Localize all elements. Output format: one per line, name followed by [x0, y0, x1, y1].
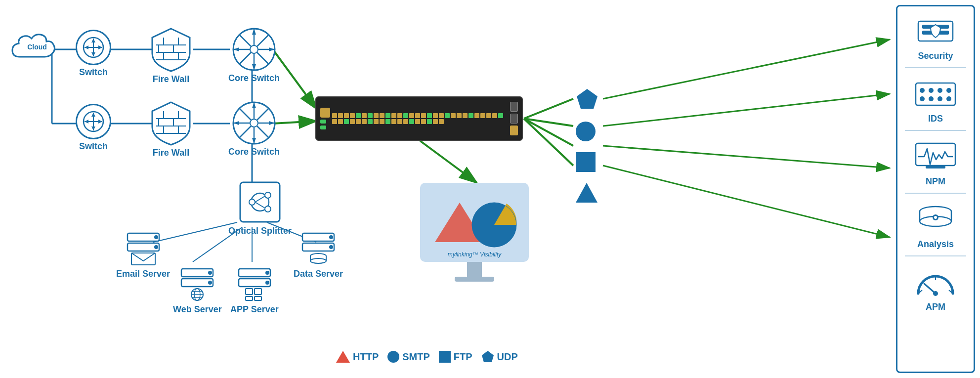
switch1-node: Switch	[76, 30, 111, 78]
sidebar-divider3	[905, 193, 966, 194]
svg-point-119	[329, 245, 333, 249]
port	[344, 119, 349, 124]
sidebar-item-apm[interactable]: APM	[908, 262, 963, 312]
firewall1-icon	[151, 28, 191, 72]
svg-marker-128	[577, 89, 597, 109]
port	[403, 119, 408, 124]
svg-point-111	[265, 281, 269, 285]
svg-line-16	[524, 99, 573, 119]
switch2-label: Switch	[79, 141, 108, 152]
legend-square-icon	[439, 351, 451, 363]
svg-line-15	[420, 141, 477, 183]
svg-point-140	[937, 96, 942, 101]
port	[492, 113, 497, 118]
sidebar-item-analysis[interactable]: Analysis	[908, 200, 963, 250]
optical-splitter-label: Optical Splitter	[228, 226, 292, 236]
svg-point-74	[250, 119, 258, 127]
app-server-node: APP Server	[230, 267, 279, 315]
port	[385, 119, 390, 124]
firewall2-node: Fire Wall	[151, 101, 191, 158]
port	[427, 113, 432, 118]
analysis-icon-box	[908, 200, 963, 239]
apm-icon-box	[908, 262, 963, 302]
port	[480, 113, 485, 118]
sfp-port	[510, 114, 518, 124]
switch2-icon	[76, 104, 111, 139]
device-logo	[320, 108, 330, 118]
web-server-node: Web Server	[173, 267, 222, 315]
svg-point-60	[250, 45, 258, 53]
port	[368, 119, 373, 124]
cloud-icon: Cloud	[10, 30, 64, 64]
svg-point-134	[920, 88, 925, 93]
web-server-label: Web Server	[173, 304, 222, 315]
legend-ftp: FTP	[439, 351, 472, 363]
core-switch2-icon	[232, 101, 276, 145]
npm-icon	[913, 141, 958, 173]
device-indicator	[320, 120, 326, 124]
right-circle	[576, 122, 596, 141]
port	[374, 119, 379, 124]
port	[439, 119, 444, 124]
ids-icon-box	[908, 74, 963, 114]
svg-line-21	[603, 94, 890, 126]
right-triangle	[576, 183, 597, 203]
port	[332, 119, 337, 124]
data-server-icon	[300, 231, 336, 267]
port	[409, 119, 414, 124]
cloud-node: Cloud	[10, 30, 64, 64]
analysis-label: Analysis	[917, 239, 954, 250]
sidebar-item-npm[interactable]: NPM	[908, 137, 963, 187]
port	[498, 113, 503, 118]
port	[350, 113, 355, 118]
security-icon	[913, 14, 958, 48]
sidebar-item-ids[interactable]: IDS	[908, 74, 963, 124]
email-server-node: Email Server	[116, 231, 170, 279]
switch1-label: Switch	[79, 67, 108, 78]
port	[397, 119, 402, 124]
optical-splitter-icon	[238, 180, 282, 224]
svg-line-22	[603, 146, 890, 168]
legend-circle-icon	[387, 351, 399, 363]
sfp-port	[510, 102, 518, 112]
port	[397, 113, 402, 118]
port	[338, 113, 343, 118]
svg-rect-113	[255, 289, 261, 294]
device-right-ports	[510, 102, 518, 135]
port	[380, 119, 384, 124]
svg-point-89	[265, 192, 271, 198]
sidebar-item-security[interactable]: Security	[908, 11, 963, 61]
svg-point-135	[929, 88, 934, 93]
svg-rect-133	[916, 83, 955, 105]
legend-area: HTTP SMTP FTP UDP	[336, 350, 518, 363]
device-indicator2	[320, 126, 326, 129]
svg-line-19	[524, 119, 573, 166]
legend-smtp: SMTP	[387, 351, 430, 363]
svg-point-97	[154, 245, 158, 249]
svg-point-90	[265, 206, 271, 212]
npm-icon-box	[908, 137, 963, 176]
port	[415, 119, 420, 124]
port	[469, 113, 473, 118]
port	[344, 113, 349, 118]
svg-rect-114	[246, 296, 253, 300]
core-switch1-label: Core Switch	[228, 73, 280, 84]
right-sidebar: Security IDS	[896, 5, 975, 373]
firewall2-label: Fire Wall	[153, 148, 189, 158]
optical-splitter-node: Optical Splitter	[228, 180, 292, 236]
legend-http: HTTP	[336, 351, 379, 363]
svg-point-110	[265, 271, 269, 275]
port	[332, 113, 337, 118]
diagram-container: Cloud Switch	[0, 0, 980, 378]
svg-point-101	[208, 271, 212, 275]
switch2-node: Switch	[76, 104, 111, 152]
svg-line-17	[524, 119, 573, 126]
port	[362, 119, 367, 124]
legend-udp: UDP	[481, 350, 518, 363]
device-ports	[332, 113, 505, 124]
port	[433, 119, 438, 124]
port	[433, 113, 438, 118]
monitor-area: mylinking™ Visibility	[420, 183, 529, 282]
monitor-stand	[467, 262, 482, 277]
port	[403, 113, 408, 118]
